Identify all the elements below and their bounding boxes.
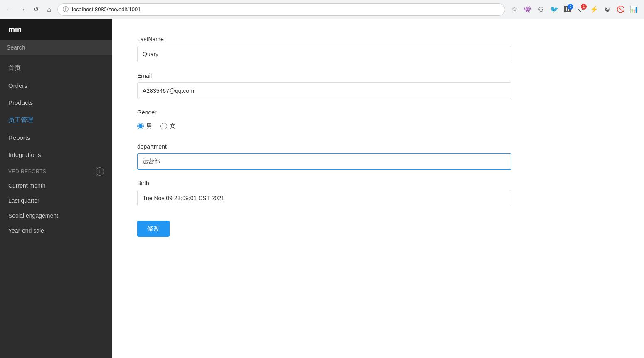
- app-title: min: [8, 25, 22, 34]
- home-button[interactable]: ⌂: [44, 5, 54, 15]
- sidebar-item-home[interactable]: 首页: [0, 59, 112, 77]
- back-button[interactable]: ←: [4, 5, 14, 15]
- department-label: department: [137, 143, 511, 150]
- ext-flash[interactable]: ⚡: [588, 4, 600, 15]
- sidebar-item-integrations-label: Integrations: [8, 151, 41, 158]
- badge-o: 0: [568, 4, 573, 10]
- submit-button[interactable]: 修改: [137, 221, 170, 237]
- birth-input[interactable]: [137, 190, 511, 206]
- sidebar-sub-year-end-sale[interactable]: Year-end sale: [0, 223, 112, 238]
- lastname-input[interactable]: [137, 46, 511, 62]
- sidebar-nav: 首页 Orders Products 员工管理 Reports Integrat…: [0, 55, 112, 358]
- browser-extensions: ☆ 👾 ⚇ 🐦 🅾 0 🛡 1 ⚡ ☯ 🚫 📊: [508, 4, 640, 15]
- birth-label: Birth: [137, 180, 511, 186]
- ext-bird[interactable]: 🐦: [548, 4, 560, 15]
- add-report-button[interactable]: +: [96, 167, 104, 176]
- app-container: min 首页 Orders Products 员工管理 Reports Inte…: [0, 19, 644, 358]
- saved-reports-label: VED REPORTS: [8, 169, 46, 174]
- ext-yin-yang[interactable]: ☯: [602, 4, 613, 15]
- sidebar-item-products[interactable]: Products: [0, 94, 112, 111]
- address-bar: ⓘ localhost:8080/zoo/edit/1001: [57, 3, 505, 16]
- sidebar-item-home-label: 首页: [8, 64, 21, 72]
- sidebar-item-integrations[interactable]: Integrations: [0, 146, 112, 163]
- sidebar-sub-last-quarter[interactable]: Last quarter: [0, 193, 112, 208]
- sidebar-item-reports[interactable]: Reports: [0, 129, 112, 146]
- sidebar-sub-social-engagement[interactable]: Social engagement: [0, 208, 112, 223]
- gender-female-label[interactable]: 女: [160, 122, 175, 130]
- edit-form: LastName Email Gender 男 女: [137, 36, 511, 237]
- ext-circles[interactable]: ⚇: [535, 4, 547, 15]
- ext-ghost[interactable]: 👾: [522, 4, 533, 15]
- email-label: Email: [137, 72, 511, 79]
- gender-label: Gender: [137, 109, 511, 116]
- gender-group: Gender 男 女: [137, 109, 511, 133]
- gender-male-label[interactable]: 男: [137, 122, 152, 130]
- search-input[interactable]: [7, 44, 106, 51]
- birth-group: Birth: [137, 180, 511, 206]
- sidebar-item-employee[interactable]: 员工管理: [0, 111, 112, 129]
- main-content: LastName Email Gender 男 女: [112, 19, 644, 358]
- department-input[interactable]: [137, 153, 511, 170]
- ext-table[interactable]: 📊: [628, 4, 640, 15]
- sidebar-item-orders-label: Orders: [8, 82, 27, 89]
- gender-male-text: 男: [146, 122, 152, 130]
- reload-button[interactable]: ↺: [31, 5, 41, 15]
- sidebar: min 首页 Orders Products 员工管理 Reports Inte…: [0, 19, 112, 358]
- saved-reports-section: VED REPORTS +: [0, 163, 112, 178]
- sidebar-header: min: [0, 19, 112, 40]
- ext-o-badge[interactable]: 🅾 0: [562, 4, 573, 15]
- ext-stop[interactable]: 🚫: [615, 4, 627, 15]
- gender-female-text: 女: [170, 122, 175, 130]
- info-icon: ⓘ: [63, 6, 69, 13]
- sidebar-item-orders[interactable]: Orders: [0, 77, 112, 94]
- sidebar-sub-current-month[interactable]: Current month: [0, 178, 112, 193]
- lastname-label: LastName: [137, 36, 511, 42]
- gender-radio-group: 男 女: [137, 119, 511, 133]
- gender-female-radio[interactable]: [160, 123, 167, 129]
- badge-shield: 1: [581, 4, 587, 10]
- url-text: localhost:8080/zoo/edit/1001: [72, 6, 141, 12]
- email-input[interactable]: [137, 82, 511, 99]
- department-group: department: [137, 143, 511, 170]
- lastname-group: LastName: [137, 36, 511, 62]
- sidebar-item-employee-label: 员工管理: [8, 116, 33, 124]
- sidebar-item-products-label: Products: [8, 99, 33, 106]
- gender-male-radio[interactable]: [137, 123, 144, 129]
- ext-shield[interactable]: 🛡 1: [575, 4, 587, 15]
- browser-bar: ← → ↺ ⌂ ⓘ localhost:8080/zoo/edit/1001 ☆…: [0, 0, 644, 19]
- forward-button[interactable]: →: [17, 5, 27, 15]
- ext-star[interactable]: ☆: [508, 4, 520, 15]
- sidebar-item-reports-label: Reports: [8, 134, 30, 141]
- search-bar-container: [0, 40, 112, 55]
- email-group: Email: [137, 72, 511, 99]
